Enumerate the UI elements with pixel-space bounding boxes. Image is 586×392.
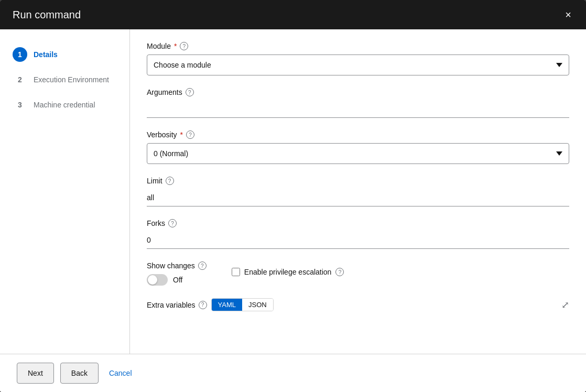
show-changes-toggle[interactable]	[147, 274, 168, 286]
limit-help-icon[interactable]: ?	[166, 177, 174, 185]
limit-input[interactable]	[147, 189, 569, 206]
module-required-star: *	[174, 42, 177, 50]
extra-vars-left: Extra variables ? YAML JSON	[147, 298, 274, 311]
limit-label: Limit ?	[147, 177, 569, 185]
forks-input[interactable]	[147, 232, 569, 249]
enable-privilege-help-icon[interactable]: ?	[335, 268, 344, 276]
forks-label: Forks ?	[147, 219, 569, 227]
step-number-1: 1	[13, 47, 27, 62]
dialog-footer: Next Back Cancel	[0, 354, 586, 392]
verbosity-group: Verbosity * ? 0 (Normal) 1 (Verbose) 2 (…	[147, 130, 569, 164]
extra-vars-tab-group: YAML JSON	[211, 298, 274, 311]
show-changes-label: Show changes ?	[147, 262, 207, 270]
toggle-off-label: Off	[173, 276, 182, 284]
tab-yaml[interactable]: YAML	[212, 299, 242, 311]
enable-privilege-label[interactable]: Enable privilege escalation	[244, 268, 332, 276]
run-command-dialog: Run command × 1 Details 2 Execution Envi…	[0, 0, 586, 392]
close-button[interactable]: ×	[563, 7, 573, 22]
limit-group: Limit ?	[147, 177, 569, 206]
extra-vars-help-icon[interactable]: ?	[199, 301, 207, 309]
show-changes-toggle-wrap: Off	[147, 274, 207, 286]
step-number-3: 3	[13, 97, 27, 112]
enable-privilege-section: Enable privilege escalation ?	[232, 262, 344, 276]
enable-privilege-checkbox[interactable]	[232, 268, 240, 276]
arguments-label: Arguments ?	[147, 88, 569, 96]
show-changes-section: Show changes ? Off	[147, 262, 207, 286]
arguments-help-icon[interactable]: ?	[186, 88, 194, 96]
dialog-title: Run command	[13, 9, 81, 21]
module-label: Module * ?	[147, 42, 569, 50]
tab-json[interactable]: JSON	[242, 299, 273, 311]
sidebar-step-execution[interactable]: 2 Execution Environment	[0, 67, 129, 92]
show-changes-row: Show changes ? Off	[147, 262, 569, 286]
step-label-execution: Execution Environment	[34, 75, 109, 84]
module-select[interactable]: Choose a module	[147, 55, 569, 75]
expand-icon[interactable]: ⤢	[561, 299, 569, 311]
cancel-button[interactable]: Cancel	[105, 369, 136, 377]
main-content: Module * ? Choose a module Arguments ?	[130, 29, 586, 354]
module-help-icon[interactable]: ?	[180, 42, 188, 50]
dialog-body: 1 Details 2 Execution Environment 3 Mach…	[0, 29, 586, 354]
toggle-knob	[148, 275, 157, 285]
step-label-credential: Machine credential	[34, 101, 95, 109]
arguments-input[interactable]	[147, 101, 569, 118]
step-label-details: Details	[34, 50, 58, 59]
extra-variables-group: Extra variables ? YAML JSON ⤢	[147, 298, 569, 311]
enable-privilege-row: Enable privilege escalation ?	[232, 268, 344, 276]
forks-group: Forks ?	[147, 219, 569, 249]
verbosity-select[interactable]: 0 (Normal) 1 (Verbose) 2 (More Verbose) …	[147, 143, 569, 164]
step-number-2: 2	[13, 72, 27, 87]
sidebar-step-details[interactable]: 1 Details	[0, 42, 129, 67]
arguments-group: Arguments ?	[147, 88, 569, 118]
extra-vars-label: Extra variables ?	[147, 301, 207, 309]
back-button[interactable]: Back	[60, 363, 99, 384]
show-changes-privilege-group: Show changes ? Off	[147, 262, 569, 286]
sidebar-step-credential[interactable]: 3 Machine credential	[0, 92, 129, 117]
dialog-header: Run command ×	[0, 0, 586, 29]
sidebar: 1 Details 2 Execution Environment 3 Mach…	[0, 29, 130, 354]
module-group: Module * ? Choose a module	[147, 42, 569, 75]
verbosity-help-icon[interactable]: ?	[186, 130, 194, 139]
extra-vars-header: Extra variables ? YAML JSON ⤢	[147, 298, 569, 311]
next-button[interactable]: Next	[17, 363, 54, 384]
show-changes-help-icon[interactable]: ?	[198, 262, 207, 270]
forks-help-icon[interactable]: ?	[168, 219, 177, 227]
verbosity-label: Verbosity * ?	[147, 130, 569, 139]
verbosity-required-star: *	[180, 130, 183, 139]
